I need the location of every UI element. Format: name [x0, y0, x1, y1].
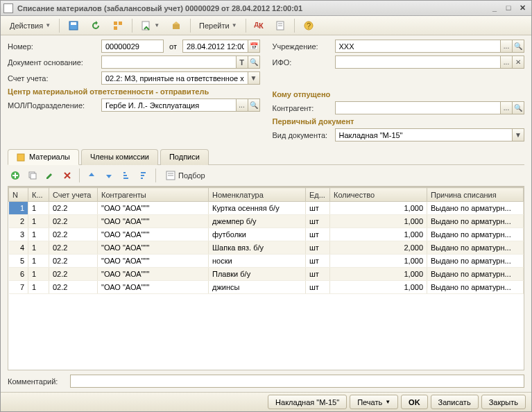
- col-contr[interactable]: Контрагенты: [98, 188, 209, 202]
- debit-credit-icon[interactable]: ДК: [250, 18, 268, 33]
- type-icon[interactable]: T: [236, 55, 248, 69]
- separator: [155, 169, 156, 182]
- col-nom[interactable]: Номенклатура: [209, 188, 306, 202]
- grid-header: N К... Счет учета Контрагенты Номенклату…: [9, 188, 524, 202]
- form-content: Номер: от 📅 Документ основание: T 🔍 Счет…: [1, 35, 531, 392]
- tabs: Материалы Члены комиссии Подписи: [8, 148, 524, 165]
- titlebar: Списание материалов (забалансовый учет) …: [1, 1, 531, 16]
- move-down-icon[interactable]: [101, 169, 117, 182]
- viddoc-select[interactable]: [335, 128, 513, 141]
- svg-rect-4: [114, 26, 117, 30]
- mol-input[interactable]: [101, 98, 237, 112]
- separator: [132, 19, 132, 33]
- sort-desc-icon[interactable]: [136, 169, 151, 182]
- tab-materials[interactable]: Материалы: [8, 149, 79, 165]
- col-acc[interactable]: Счет учета: [49, 188, 98, 202]
- materials-grid[interactable]: N К... Счет учета Контрагенты Номенклату…: [8, 187, 524, 370]
- col-unit[interactable]: Ед...: [306, 188, 330, 202]
- svg-rect-1: [71, 22, 76, 25]
- separator: [246, 19, 246, 33]
- search-icon[interactable]: 🔍: [248, 55, 260, 69]
- add-row-icon[interactable]: [8, 169, 23, 182]
- maximize-button[interactable]: □: [502, 3, 515, 14]
- search-icon[interactable]: 🔍: [248, 98, 260, 112]
- svg-rect-6: [173, 24, 180, 29]
- svg-text:?: ?: [307, 22, 311, 30]
- report-icon[interactable]: [270, 18, 291, 33]
- ok-button[interactable]: OK: [401, 395, 428, 409]
- comment-label: Комментарий:: [8, 377, 70, 386]
- col-n[interactable]: N: [9, 188, 28, 202]
- minimize-button[interactable]: _: [488, 3, 501, 14]
- dropdown-icon[interactable]: ▼: [512, 128, 524, 141]
- nakladnaya-button[interactable]: Накладная "М-15": [268, 395, 347, 409]
- prim-section-title: Первичный документ: [273, 117, 525, 126]
- refresh-icon[interactable]: [85, 18, 106, 33]
- date-input[interactable]: [182, 40, 248, 53]
- ot-label: от: [169, 42, 177, 51]
- separator: [79, 169, 80, 182]
- doc-basis-label: Документ основание:: [8, 58, 101, 67]
- print-button[interactable]: Печать▼: [350, 395, 398, 409]
- number-label: Номер:: [8, 42, 101, 51]
- copy-row-icon[interactable]: [25, 169, 40, 182]
- account-label: Счет учета:: [8, 74, 101, 83]
- number-input[interactable]: [101, 40, 164, 53]
- col-reason[interactable]: Причина списания: [427, 188, 524, 202]
- tab-signatures[interactable]: Подписи: [160, 149, 209, 165]
- select-icon[interactable]: ...: [500, 101, 513, 114]
- col-k[interactable]: К...: [28, 188, 49, 202]
- mol-label: МОЛ/Подразделение:: [8, 101, 101, 110]
- select-icon[interactable]: ...: [500, 40, 513, 53]
- svg-rect-3: [119, 22, 122, 25]
- svg-rect-12: [17, 154, 24, 161]
- actions-menu[interactable]: Действия▼: [5, 18, 55, 33]
- search-icon[interactable]: 🔍: [512, 40, 524, 53]
- sort-asc-icon[interactable]: [119, 169, 134, 182]
- selection-button[interactable]: Подбор: [160, 168, 210, 183]
- table-row[interactable]: 1102.2"ОАО "АОА"""Куртка осенняя б/ушт1,…: [9, 202, 524, 215]
- viddoc-label: Вид документа:: [273, 131, 335, 139]
- komu-section-title: Кому отпущено: [273, 90, 525, 98]
- svg-rect-15: [31, 173, 36, 179]
- doc-basis-input[interactable]: [101, 55, 237, 69]
- save-icon[interactable]: [63, 18, 84, 33]
- dropdown-icon[interactable]: ▼: [248, 71, 260, 85]
- move-up-icon[interactable]: [84, 169, 99, 182]
- post-icon[interactable]: ▼: [136, 18, 164, 33]
- clear-icon[interactable]: ✕: [512, 55, 524, 69]
- movements-icon[interactable]: [166, 18, 187, 33]
- svg-rect-2: [114, 22, 117, 25]
- calendar-icon[interactable]: 📅: [248, 40, 260, 53]
- table-row[interactable]: 4102.2"ОАО "АОА"""Шапка вяз. б/ушт2,000В…: [9, 241, 524, 255]
- separator: [190, 19, 191, 33]
- org-input[interactable]: [335, 40, 501, 53]
- table-row[interactable]: 2102.2"ОАО "АОА"""джемпер б/ушт1,000Выда…: [9, 215, 524, 228]
- close-window-button[interactable]: ✕: [516, 3, 529, 14]
- separator: [294, 19, 295, 33]
- select-icon[interactable]: ...: [236, 98, 248, 112]
- help-icon[interactable]: ?: [298, 18, 319, 33]
- counterparty-label: Контрагент:: [273, 104, 335, 112]
- select-icon[interactable]: ...: [500, 55, 513, 69]
- close-button[interactable]: Закрыть: [481, 395, 526, 409]
- comment-input[interactable]: [70, 375, 524, 388]
- goto-menu[interactable]: Перейти▼: [194, 18, 242, 33]
- table-row[interactable]: 5102.2"ОАО "АОА"""носкишт1,000Выдано по …: [9, 255, 524, 268]
- table-row[interactable]: 3102.2"ОАО "АОА"""футболкишт1,000Выдано …: [9, 228, 524, 241]
- delete-row-icon[interactable]: [60, 169, 75, 182]
- edit-row-icon[interactable]: [42, 169, 58, 182]
- ifo-input[interactable]: [335, 55, 501, 69]
- search-icon[interactable]: 🔍: [512, 101, 524, 114]
- org-label: Учреждение:: [273, 42, 335, 51]
- window-title: Списание материалов (забалансовый учет) …: [17, 4, 487, 12]
- col-qty[interactable]: Количество: [330, 188, 427, 202]
- table-row[interactable]: 7102.2"ОАО "АОА"""джинсышт1,000Выдано по…: [9, 281, 524, 294]
- structure-icon[interactable]: [108, 18, 128, 33]
- counterparty-input[interactable]: [335, 101, 501, 114]
- save-button[interactable]: Записать: [431, 395, 479, 409]
- app-icon: [3, 3, 13, 13]
- table-row[interactable]: 6102.2"ОАО "АОА"""Плавки б/ушт1,000Выдан…: [9, 268, 524, 281]
- tab-commission[interactable]: Члены комиссии: [81, 149, 158, 165]
- account-select[interactable]: [101, 71, 248, 85]
